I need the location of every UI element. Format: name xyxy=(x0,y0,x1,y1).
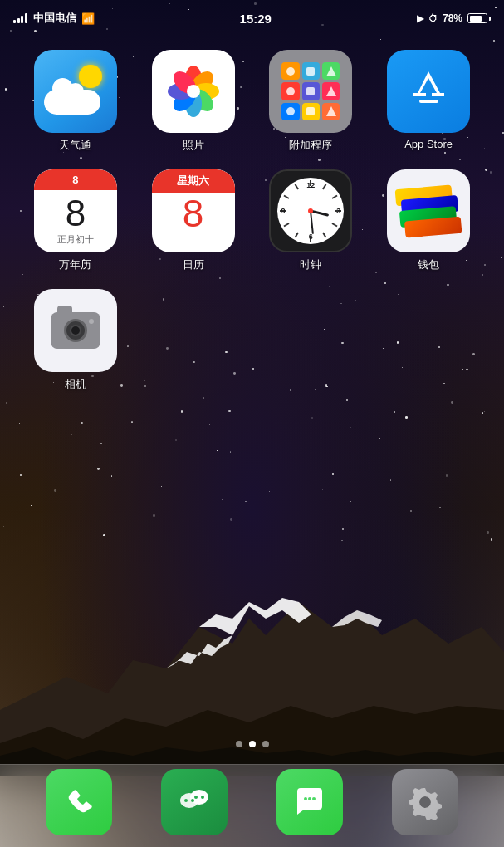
page-dot-3 xyxy=(262,741,269,747)
svg-rect-16 xyxy=(306,67,315,76)
svg-rect-19 xyxy=(306,87,315,95)
camera-icon-bg xyxy=(34,289,117,372)
status-left: 中国电信 📶 xyxy=(13,11,95,26)
app-extras[interactable]: 附加程序 xyxy=(252,50,370,153)
wannianli-label: 万年历 xyxy=(59,257,91,272)
svg-point-31 xyxy=(304,797,307,800)
svg-point-14 xyxy=(187,85,200,98)
clock-icon: 12 3 6 9 xyxy=(269,169,352,252)
svg-point-18 xyxy=(286,87,295,95)
wifi-icon: 📶 xyxy=(81,12,95,25)
app-clock[interactable]: 12 3 6 9 时钟 xyxy=(252,169,370,272)
svg-marker-20 xyxy=(326,86,336,96)
svg-point-15 xyxy=(286,67,295,76)
status-right: ▶ ⏱ 78% xyxy=(417,12,491,24)
carrier-label: 中国电信 xyxy=(33,11,76,26)
svg-point-21 xyxy=(286,107,295,115)
app-photos[interactable]: 照片 xyxy=(135,50,252,153)
battery-indicator xyxy=(467,13,491,23)
page-dot-1 xyxy=(236,741,242,747)
wallet-icon xyxy=(387,169,470,252)
app-weather[interactable]: 天气通 xyxy=(17,50,135,153)
dock-app-wechat[interactable] xyxy=(161,769,228,835)
svg-point-28 xyxy=(191,799,194,802)
wannianli-header: 8 xyxy=(34,169,117,190)
extras-label: 附加程序 xyxy=(289,138,332,153)
wannianli-lunar: 正月初十 xyxy=(57,233,94,246)
app-wallet[interactable]: 钱包 xyxy=(369,169,487,272)
alarm-icon: ⏱ xyxy=(428,13,438,23)
app-camera[interactable]: 相机 xyxy=(17,289,135,392)
dock xyxy=(0,764,504,847)
clock-label: 时钟 xyxy=(300,257,321,272)
svg-marker-17 xyxy=(326,66,336,76)
svg-point-29 xyxy=(194,796,198,799)
battery-percent: 78% xyxy=(443,12,462,24)
photos-icon xyxy=(152,50,235,133)
svg-point-30 xyxy=(201,796,204,799)
svg-point-33 xyxy=(312,797,316,800)
wallet-label: 钱包 xyxy=(418,257,439,272)
wannianli-date: 8 xyxy=(66,195,86,232)
calendar-dayofweek: 星期六 xyxy=(152,169,235,193)
wannianli-icon: 8 8 正月初十 xyxy=(34,169,117,252)
svg-point-26 xyxy=(190,790,208,805)
svg-marker-23 xyxy=(326,106,336,116)
svg-rect-24 xyxy=(419,100,438,103)
app-appstore[interactable]: App Store xyxy=(369,50,487,153)
page-dot-2 xyxy=(249,741,256,747)
location-icon: ▶ xyxy=(417,13,423,24)
svg-point-27 xyxy=(184,799,188,802)
weather-icon xyxy=(34,50,117,133)
app-wannianli[interactable]: 8 8 正月初十 万年历 xyxy=(17,169,135,272)
status-time: 15:29 xyxy=(240,12,272,26)
dock-app-messages[interactable] xyxy=(276,769,343,835)
app-calendar[interactable]: 星期六 8 日历 xyxy=(135,169,252,272)
calendar-label: 日历 xyxy=(183,257,204,272)
weather-label: 天气通 xyxy=(59,138,91,153)
calendar-date: 8 xyxy=(183,194,204,233)
svg-point-32 xyxy=(308,797,311,800)
camera-label: 相机 xyxy=(65,377,86,392)
dock-app-settings[interactable] xyxy=(392,769,458,835)
appstore-icon xyxy=(387,50,470,133)
svg-point-35 xyxy=(419,796,431,808)
svg-rect-22 xyxy=(306,107,315,115)
calendar-icon: 星期六 8 xyxy=(152,169,235,252)
extras-icon xyxy=(269,50,352,133)
status-bar: 中国电信 📶 15:29 ▶ ⏱ 78% xyxy=(0,0,504,37)
app-grid: 天气通 照片 xyxy=(0,42,504,400)
photos-label: 照片 xyxy=(183,138,204,153)
appstore-label: App Store xyxy=(404,138,453,150)
dock-app-phone[interactable] xyxy=(46,769,112,835)
signal-bars xyxy=(13,13,27,23)
page-dots xyxy=(0,741,504,747)
